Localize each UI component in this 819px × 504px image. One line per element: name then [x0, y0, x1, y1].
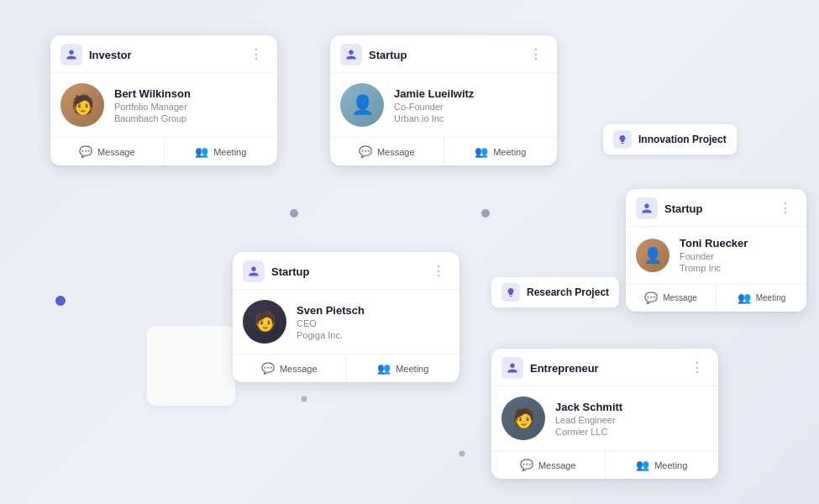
startup2-card-header: Startup ⋮ — [233, 252, 459, 290]
startup3-card: Startup ⋮ 👤 Toni Ruecker Founder Tromp I… — [626, 189, 806, 312]
startup2-card: Startup ⋮ 🧑 Sven Pietsch CEO Pogiga Inc.… — [233, 252, 459, 382]
startup2-role: CEO — [297, 318, 365, 328]
startup1-message-btn[interactable]: 💬 Message — [330, 138, 444, 165]
background-box — [147, 326, 235, 406]
startup3-message-label: Message — [663, 293, 697, 302]
investor-card-title: Investor — [89, 49, 239, 61]
investor-message-label: Message — [97, 147, 135, 157]
startup1-company: Urban.io Inc — [394, 113, 474, 123]
entrepreneur-company: Cormier LLC — [555, 427, 622, 437]
startup2-meeting-label: Meeting — [396, 364, 428, 374]
startup1-card-header: Startup ⋮ — [330, 35, 557, 73]
investor-meeting-label: Meeting — [213, 147, 246, 157]
startup2-actions: 💬 Message 👥 Meeting — [233, 354, 459, 382]
entrepreneur-name: Jack Schmitt — [555, 401, 622, 413]
meeting-icon3: 👥 — [377, 362, 391, 375]
startup1-message-label: Message — [377, 147, 415, 157]
startup3-meeting-btn[interactable]: 👥 Meeting — [717, 284, 806, 312]
startup1-card: Startup ⋮ 👤 Jamie Lueilwitz Co-Founder U… — [330, 35, 557, 165]
startup1-meeting-label: Meeting — [493, 147, 526, 157]
innovation-project-label: Innovation Project — [603, 124, 737, 155]
dot-mid2 — [481, 209, 490, 218]
startup2-message-btn[interactable]: 💬 Message — [233, 354, 347, 382]
startup1-card-title: Startup — [369, 49, 519, 61]
startup2-name: Sven Pietsch — [297, 304, 365, 317]
startup3-person-info: Toni Ruecker Founder Tromp Inc — [680, 237, 748, 273]
startup1-avatar: 👤 — [340, 83, 384, 127]
canvas: Investor ⋮ 🧑 Bert Wilkinson Portfolio Ma… — [0, 0, 819, 504]
startup1-menu-btn[interactable]: ⋮ — [526, 46, 547, 63]
entrepreneur-person-info: Jack Schmitt Lead Engineer Cormier LLC — [555, 401, 622, 437]
investor-name: Bert Wilkinson — [114, 87, 191, 100]
meeting-icon4: 👥 — [738, 291, 751, 304]
innovation-label-text: Innovation Project — [638, 134, 727, 145]
startup3-message-btn[interactable]: 💬 Message — [626, 284, 717, 312]
entrepreneur-card: Entrepreneur ⋮ 🧑 Jack Schmitt Lead Engin… — [491, 349, 718, 479]
research-label-text: Research Project — [527, 286, 609, 298]
message-icon2: 💬 — [359, 145, 372, 158]
entrepreneur-meeting-btn[interactable]: 👥 Meeting — [606, 451, 719, 479]
investor-meeting-btn[interactable]: 👥 Meeting — [165, 138, 278, 165]
entrepreneur-menu-btn[interactable]: ⋮ — [687, 360, 708, 376]
entrepreneur-card-title: Entrepreneur — [530, 362, 680, 375]
investor-icon — [60, 44, 82, 66]
startup2-card-title: Startup — [271, 265, 422, 278]
entrepreneur-avatar: 🧑 — [501, 396, 545, 440]
entrepreneur-message-label: Message — [538, 460, 576, 470]
startup2-avatar: 🧑 — [243, 300, 286, 344]
entrepreneur-icon — [501, 357, 523, 379]
startup3-card-body: 👤 Toni Ruecker Founder Tromp Inc — [626, 227, 806, 283]
startup2-menu-btn[interactable]: ⋮ — [428, 263, 449, 280]
entrepreneur-actions: 💬 Message 👥 Meeting — [491, 450, 718, 479]
startup2-person-info: Sven Pietsch CEO Pogiga Inc. — [297, 304, 365, 340]
entrepreneur-message-btn[interactable]: 💬 Message — [491, 451, 606, 479]
meeting-icon2: 👥 — [475, 145, 488, 158]
investor-card-body: 🧑 Bert Wilkinson Portfolio Manager Baumb… — [50, 73, 277, 137]
meeting-icon: 👥 — [195, 145, 208, 158]
dot-bottom2 — [459, 451, 465, 457]
research-icon — [501, 283, 520, 302]
startup3-actions: 💬 Message 👥 Meeting — [626, 283, 806, 312]
investor-person-info: Bert Wilkinson Portfolio Manager Baumbac… — [114, 87, 191, 123]
startup1-person-info: Jamie Lueilwitz Co-Founder Urban.io Inc — [394, 87, 474, 123]
entrepreneur-role: Lead Engineer — [555, 415, 622, 425]
startup2-message-label: Message — [280, 364, 318, 374]
startup3-role: Founder — [680, 251, 748, 261]
message-icon4: 💬 — [644, 291, 658, 304]
message-icon: 💬 — [79, 145, 92, 158]
dot-left-mid — [55, 296, 66, 306]
entrepreneur-card-body: 🧑 Jack Schmitt Lead Engineer Cormier LLC — [491, 386, 718, 450]
investor-menu-btn[interactable]: ⋮ — [246, 46, 267, 63]
investor-role: Portfolio Manager — [114, 102, 191, 112]
startup3-card-header: Startup ⋮ — [626, 189, 806, 227]
startup1-icon — [340, 44, 362, 66]
dot-bottom — [302, 396, 307, 402]
startup2-icon — [243, 260, 265, 282]
startup2-card-body: 🧑 Sven Pietsch CEO Pogiga Inc. — [233, 290, 459, 354]
startup3-avatar: 👤 — [636, 239, 669, 272]
investor-card-header: Investor ⋮ — [50, 35, 277, 73]
message-icon3: 💬 — [261, 362, 275, 375]
innovation-icon — [613, 130, 632, 149]
startup3-menu-btn[interactable]: ⋮ — [775, 200, 796, 217]
startup3-name: Toni Ruecker — [680, 237, 748, 249]
startup1-name: Jamie Lueilwitz — [394, 87, 474, 100]
entrepreneur-meeting-label: Meeting — [654, 460, 687, 470]
investor-avatar: 🧑 — [60, 83, 104, 127]
startup1-role: Co-Founder — [394, 102, 474, 112]
startup1-card-body: 👤 Jamie Lueilwitz Co-Founder Urban.io In… — [330, 73, 557, 137]
startup1-actions: 💬 Message 👥 Meeting — [330, 137, 557, 165]
startup3-company: Tromp Inc — [680, 263, 748, 273]
startup3-meeting-label: Meeting — [756, 293, 786, 302]
investor-card: Investor ⋮ 🧑 Bert Wilkinson Portfolio Ma… — [50, 35, 277, 165]
meeting-icon5: 👥 — [636, 459, 649, 471]
startup2-meeting-btn[interactable]: 👥 Meeting — [347, 354, 460, 382]
investor-message-btn[interactable]: 💬 Message — [50, 138, 165, 165]
startup3-card-title: Startup — [664, 202, 769, 215]
dot-mid1 — [290, 209, 298, 218]
startup3-icon — [636, 197, 658, 219]
startup2-company: Pogiga Inc. — [297, 330, 365, 340]
startup1-meeting-btn[interactable]: 👥 Meeting — [444, 138, 558, 165]
investor-company: Baumbach Group — [114, 113, 191, 123]
investor-actions: 💬 Message 👥 Meeting — [50, 137, 277, 165]
